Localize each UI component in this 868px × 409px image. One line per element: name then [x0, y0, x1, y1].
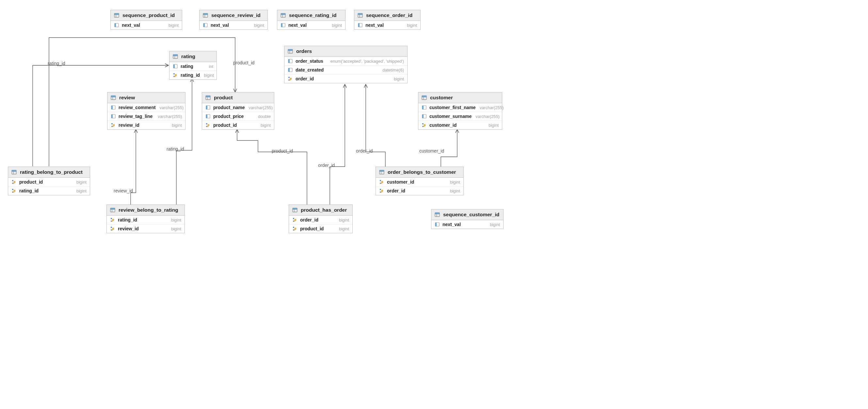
column-name: next_val — [442, 222, 461, 227]
table-title: review — [119, 95, 135, 100]
table-header[interactable]: customer — [418, 92, 502, 103]
table-sequence-product-id[interactable]: sequence_product_idnext_valbigint — [111, 10, 182, 30]
table-rating[interactable]: ratingratingintrating_idbigint — [169, 51, 217, 80]
table-column[interactable]: customer_surnamevarchar(255) — [418, 112, 502, 121]
table-columns: ratingintrating_idbigint — [169, 62, 217, 79]
table-column[interactable]: next_valbigint — [199, 21, 268, 29]
table-orders[interactable]: ordersorder_statusenum('accepted', 'pack… — [284, 46, 407, 83]
table-title: orders — [296, 48, 312, 54]
table-icon — [358, 13, 363, 18]
table-header[interactable]: sequence_product_id — [111, 10, 182, 21]
table-icon — [173, 54, 178, 59]
table-column[interactable]: next_valbigint — [354, 21, 420, 29]
table-icon — [422, 95, 427, 100]
table-review[interactable]: reviewreview_commentvarchar(255)review_t… — [107, 92, 185, 130]
column-name: next_val — [288, 23, 307, 28]
svg-point-31 — [174, 76, 175, 77]
table-column[interactable]: order_statusenum('accepted', 'packaged',… — [284, 57, 407, 66]
table-header[interactable]: review — [107, 92, 185, 103]
table-icon — [111, 95, 116, 100]
table-column[interactable]: review_tag_linevarchar(255) — [107, 112, 185, 121]
table-column[interactable]: product_idbigint — [8, 178, 90, 186]
column-type: varchar(255) — [158, 114, 182, 119]
table-header[interactable]: sequence_review_id — [199, 10, 268, 21]
table-review-belong-to-rating[interactable]: review_belong_to_ratingrating_idbigintre… — [106, 204, 185, 233]
table-rating-belong-to-product[interactable]: rating_belong_to_productproduct_idbigint… — [8, 167, 90, 195]
column-name: order_status — [296, 58, 323, 64]
svg-rect-69 — [422, 115, 424, 118]
column-icon — [111, 114, 116, 119]
svg-rect-55 — [288, 49, 292, 51]
table-column[interactable]: date_createddatetime(6) — [284, 66, 407, 75]
table-column[interactable]: review_commentvarchar(255) — [107, 103, 185, 112]
table-column[interactable]: next_valbigint — [277, 21, 345, 29]
table-column[interactable]: next_valbigint — [111, 21, 182, 29]
svg-rect-9 — [203, 13, 208, 15]
svg-rect-47 — [206, 106, 207, 110]
column-type: bigint — [172, 123, 182, 128]
rel-label-order-id-2: order_id — [355, 148, 373, 153]
table-sequence-customer-id[interactable]: sequence_customer_idnext_valbigint — [431, 209, 503, 229]
svg-rect-23 — [358, 24, 360, 27]
primary-key-icon — [173, 72, 178, 78]
table-header[interactable]: sequence_customer_id — [431, 209, 503, 220]
table-column[interactable]: order_idbigint — [284, 75, 407, 83]
table-column[interactable]: customer_idbigint — [376, 178, 463, 186]
column-type: bigint — [489, 123, 499, 128]
table-column[interactable]: product_namevarchar(255) — [202, 103, 274, 112]
table-header[interactable]: order_belongs_to_customer — [376, 167, 463, 178]
table-product[interactable]: productproduct_namevarchar(255)product_p… — [202, 92, 274, 130]
table-columns: order_idbigintproduct_idbigint — [289, 215, 352, 233]
table-column[interactable]: review_idbigint — [107, 225, 185, 233]
table-column[interactable]: customer_first_namevarchar(255) — [418, 103, 502, 112]
table-columns: order_statusenum('accepted', 'packaged',… — [284, 57, 407, 83]
table-header[interactable]: product_has_order — [289, 205, 352, 215]
table-column[interactable]: rating_idbigint — [8, 186, 90, 195]
table-header[interactable]: orders — [284, 46, 407, 57]
table-column[interactable]: order_idbigint — [289, 215, 352, 225]
svg-point-84 — [111, 218, 112, 219]
table-header[interactable]: review_belong_to_rating — [107, 205, 185, 215]
foreign-key-icon — [11, 188, 17, 194]
table-sequence-review-id[interactable]: sequence_review_idnext_valbigint — [199, 10, 268, 30]
table-header[interactable]: product — [202, 92, 274, 103]
table-header[interactable]: rating_belong_to_product — [8, 167, 90, 178]
table-sequence-rating-id[interactable]: sequence_rating_idnext_valbigint — [277, 10, 345, 30]
table-column[interactable]: product_pricedouble — [202, 112, 274, 121]
column-type: bigint — [407, 23, 417, 28]
table-header[interactable]: rating — [169, 51, 217, 62]
table-icon — [206, 95, 211, 100]
column-name: rating_id — [181, 72, 200, 78]
column-name: product_price — [213, 114, 244, 119]
table-header[interactable]: sequence_order_id — [354, 10, 420, 21]
table-columns: next_valbigint — [354, 21, 420, 29]
table-column[interactable]: rating_idbigint — [169, 71, 217, 79]
column-type: varchar(255) — [249, 105, 273, 110]
table-header[interactable]: sequence_rating_id — [277, 10, 345, 21]
table-column[interactable]: review_idbigint — [107, 121, 185, 129]
svg-point-76 — [12, 180, 13, 181]
svg-rect-75 — [12, 170, 16, 172]
rel-label-order-id-1: order_id — [317, 163, 335, 168]
svg-point-71 — [422, 126, 424, 127]
svg-rect-109 — [435, 223, 437, 226]
table-column[interactable]: order_idbigint — [376, 186, 463, 195]
column-name: rating — [181, 64, 193, 69]
table-column[interactable]: product_idbigint — [289, 225, 352, 233]
svg-point-101 — [380, 183, 381, 184]
table-column[interactable]: ratingint — [169, 62, 217, 71]
table-column[interactable]: customer_idbigint — [418, 121, 502, 129]
table-column[interactable]: next_valbigint — [431, 220, 503, 229]
table-column[interactable]: rating_idbigint — [107, 215, 185, 225]
table-sequence-order-id[interactable]: sequence_order_idnext_valbigint — [354, 10, 421, 30]
table-order-belongs-to-customer[interactable]: order_belongs_to_customercustomer_idbigi… — [376, 167, 464, 195]
svg-rect-107 — [435, 213, 439, 214]
primary-key-icon — [288, 76, 293, 81]
table-product-has-order[interactable]: product_has_orderorder_idbigintproduct_i… — [289, 204, 353, 233]
table-icon — [379, 170, 384, 175]
table-column[interactable]: product_idbigint — [202, 121, 274, 129]
svg-point-78 — [12, 189, 13, 190]
svg-rect-11 — [204, 24, 205, 27]
column-type: bigint — [204, 73, 214, 78]
table-customer[interactable]: customercustomer_first_namevarchar(255)c… — [418, 92, 502, 130]
